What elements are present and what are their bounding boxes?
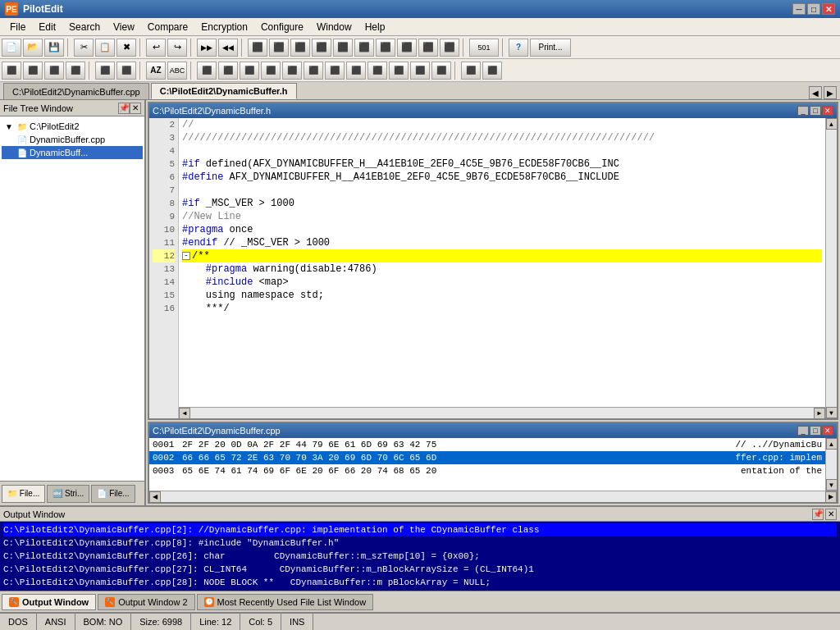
tb-b4[interactable]: ⬛	[269, 39, 289, 57]
out-tab-2[interactable]: 🔧 Output Window 2	[98, 594, 194, 610]
tb-b13[interactable]: 501	[469, 39, 499, 57]
file-tree-pin[interactable]: 📌	[118, 103, 130, 114]
hex-editor-cpp[interactable]: 0001 2F 2F 20 0D 0A 2F 2F 44 79 6E 61 6D…	[149, 438, 825, 491]
vscroll-cpp[interactable]: ▲ ▼	[825, 438, 837, 491]
sub-win-h-close[interactable]: ✕	[822, 106, 833, 116]
hscroll-cpp[interactable]: ◀ ▶	[149, 491, 837, 502]
vscroll-h[interactable]: ▲ ▼	[825, 118, 837, 418]
collapse-marker-12[interactable]: -	[182, 252, 190, 260]
tb-b3[interactable]: ⬛	[248, 39, 267, 57]
vscroll-h-down[interactable]: ▼	[826, 407, 838, 418]
tb-help[interactable]: ?	[509, 39, 528, 57]
tb2-b3[interactable]: ⬛	[44, 62, 64, 80]
ft-tab-strings[interactable]: 🔤 Stri...	[47, 485, 89, 503]
hscroll-cpp-right[interactable]: ▶	[825, 491, 837, 503]
file-tree-close[interactable]: ✕	[130, 103, 141, 114]
code-content-h[interactable]: // /////////////////////////////////////…	[179, 118, 825, 407]
sub-win-cpp-close[interactable]: ✕	[822, 426, 833, 436]
tb-b5[interactable]: ⬛	[290, 39, 310, 57]
tb-b2[interactable]: ◀◀	[218, 39, 238, 57]
vscroll-cpp-up[interactable]: ▲	[826, 438, 838, 450]
menu-help[interactable]: Help	[358, 20, 392, 34]
menu-search[interactable]: Search	[62, 20, 107, 34]
menu-file[interactable]: File	[3, 20, 32, 34]
tb2-b10[interactable]: ⬛	[218, 62, 238, 80]
tab-nav-prev[interactable]: ◀	[809, 86, 822, 99]
output-content[interactable]: C:\PilotEdit2\DynamicBuffer.cpp[2]: //Dy…	[0, 522, 840, 591]
output-pin[interactable]: 📌	[812, 509, 824, 520]
hscroll-h-right[interactable]: ▶	[814, 408, 825, 419]
out-tab-3[interactable]: 🕑 Most Recently Used File List Window	[197, 594, 374, 610]
tb2-b18[interactable]: ⬛	[389, 62, 409, 80]
menu-window[interactable]: Window	[310, 20, 358, 34]
tb-b10[interactable]: ⬛	[397, 39, 417, 57]
tb-b7[interactable]: ⬛	[333, 39, 353, 57]
tb2-b22[interactable]: ⬛	[482, 62, 502, 80]
menu-view[interactable]: View	[107, 20, 141, 34]
tb2-b20[interactable]: ⬛	[431, 62, 451, 80]
tb-open[interactable]: 📂	[23, 39, 43, 57]
tb-copy[interactable]: 📋	[95, 39, 115, 57]
sub-win-h-minimize[interactable]: _	[797, 106, 809, 116]
tb2-b13[interactable]: ⬛	[282, 62, 302, 80]
tb2-b19[interactable]: ⬛	[410, 62, 430, 80]
maximize-button[interactable]: □	[807, 3, 820, 15]
tb-save[interactable]: 💾	[44, 39, 64, 57]
tb2-b2[interactable]: ⬛	[23, 62, 43, 80]
sub-win-h-maximize[interactable]: □	[810, 106, 821, 116]
menu-edit[interactable]: Edit	[32, 20, 62, 34]
tb-cut[interactable]: ✂	[74, 39, 94, 57]
minimize-button[interactable]: ─	[792, 3, 806, 15]
tb2-b11[interactable]: ⬛	[240, 62, 259, 80]
vscroll-cpp-track[interactable]	[826, 450, 837, 479]
hscroll-h[interactable]: ◀ ▶	[179, 407, 825, 418]
ft-tab-recent[interactable]: 📄 File...	[91, 485, 135, 503]
tb-undo[interactable]: ↩	[146, 39, 166, 57]
hscroll-h-left[interactable]: ◀	[179, 408, 190, 419]
tab-cpp[interactable]: C:\PilotEdit2\DynamicBuffer.cpp	[3, 83, 149, 99]
menu-compare[interactable]: Compare	[141, 20, 194, 34]
tab-nav-next[interactable]: ▶	[824, 86, 837, 99]
tb-b11[interactable]: ⬛	[418, 39, 438, 57]
code-editor-h[interactable]: 23456 7891011 12 13141516 // ///////////…	[149, 118, 837, 418]
tb2-b6[interactable]: ⬛	[116, 62, 136, 80]
hscroll-cpp-left[interactable]: ◀	[149, 491, 161, 503]
tb2-b16[interactable]: ⬛	[346, 62, 366, 80]
output-close[interactable]: ✕	[825, 509, 837, 520]
tb2-b12[interactable]: ⬛	[261, 62, 281, 80]
tb2-b4[interactable]: ⬛	[66, 62, 85, 80]
sub-win-cpp-maximize[interactable]: □	[810, 426, 821, 436]
menu-configure[interactable]: Configure	[254, 20, 310, 34]
tb-b9[interactable]: ⬛	[376, 39, 395, 57]
tb2-b5[interactable]: ⬛	[95, 62, 115, 80]
vscroll-h-track[interactable]	[826, 130, 837, 407]
sub-win-cpp-minimize[interactable]: _	[797, 426, 809, 436]
tb2-b14[interactable]: ⬛	[304, 62, 323, 80]
tb-delete[interactable]: ✖	[116, 39, 136, 57]
tb2-b9[interactable]: ⬛	[197, 62, 217, 80]
tb-b1[interactable]: ▶▶	[197, 39, 217, 57]
tb-print[interactable]: Print...	[530, 39, 571, 57]
tb-b6[interactable]: ⬛	[312, 39, 331, 57]
close-button[interactable]: ✕	[822, 3, 835, 15]
tree-item-root[interactable]: ▼ 📁 C:\PilotEdit2	[2, 120, 143, 133]
sub-window-cpp: C:\PilotEdit2\DynamicBuffer.cpp _ □ ✕ 00…	[148, 422, 838, 504]
tb-b12[interactable]: ⬛	[440, 39, 459, 57]
tab-h[interactable]: C:\PilotEdit2\DynamicBuffer.h	[151, 83, 297, 99]
tb2-b1[interactable]: ⬛	[2, 62, 21, 80]
vscroll-cpp-down[interactable]: ▼	[826, 479, 838, 491]
menu-encryption[interactable]: Encryption	[194, 20, 254, 34]
tb2-b7[interactable]: AZ	[146, 62, 166, 80]
tree-item-cpp[interactable]: 📄 DynamicBuffer.cpp	[2, 133, 143, 146]
tb2-b8[interactable]: ABC	[167, 62, 187, 80]
tb-redo[interactable]: ↪	[167, 39, 187, 57]
out-tab-1[interactable]: 🔧 Output Window	[2, 594, 96, 610]
tb-b8[interactable]: ⬛	[354, 39, 374, 57]
tb2-b15[interactable]: ⬛	[325, 62, 345, 80]
tb2-b21[interactable]: ⬛	[461, 62, 481, 80]
tb2-b17[interactable]: ⬛	[368, 62, 387, 80]
vscroll-h-up[interactable]: ▲	[826, 118, 838, 130]
ft-tab-files[interactable]: 📁 File...	[2, 485, 45, 503]
tb-new[interactable]: 📄	[2, 39, 21, 57]
tree-item-h[interactable]: 📄 DynamicBuff...	[2, 146, 143, 159]
